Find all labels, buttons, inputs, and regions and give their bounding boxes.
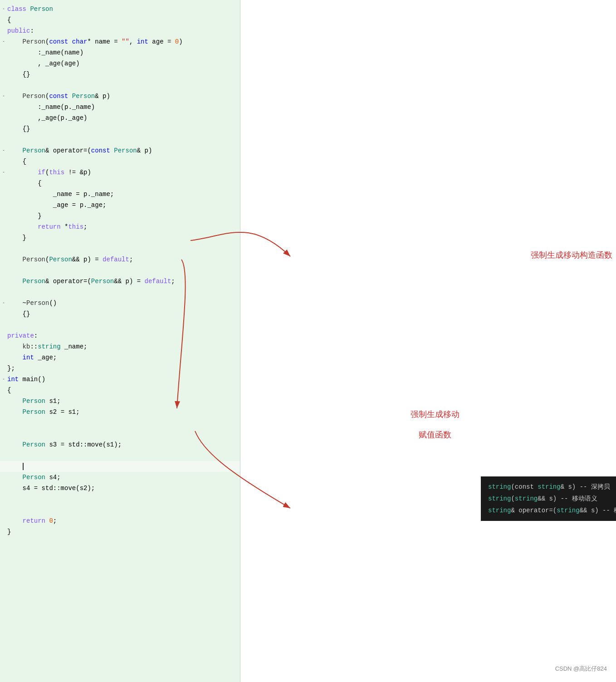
code-text: { [7,178,240,188]
code-text: _age = p._age; [7,200,240,210]
code-line [0,265,240,276]
code-line: return *this; [0,221,240,232]
code-text [7,429,240,439]
code-text: { [7,157,240,167]
code-line: { [0,385,240,396]
code-text: } [7,527,240,537]
code-text: _name = p._name; [7,189,240,199]
code-line: } [0,526,240,537]
code-text: Person& operator=(const Person& p) [7,146,240,156]
code-line: int _age; [0,352,240,363]
code-line: {} [0,309,240,319]
code-line: _name = p._name; [0,189,240,200]
code-text: :_name(name) [7,48,240,58]
code-text: Person s4; [7,472,240,482]
code-line [0,243,240,254]
code-line: }; [0,363,240,374]
label-move-assign: 强制生成移动 赋值函数 [411,399,460,440]
code-line: Person s1; [0,396,240,407]
code-text: { [7,15,240,25]
fold-icon[interactable]: - [0,4,7,14]
code-line [0,80,240,91]
code-text: ,_age(p._age) [7,113,240,123]
fold-icon[interactable]: - [0,298,7,308]
code-line: :_name(name) [0,47,240,58]
code-text: Person(const Person& p) [7,91,240,101]
code-text: return *this; [7,222,240,232]
code-text: Person s1; [7,396,240,406]
code-line: - ~Person() [0,298,240,309]
watermark: CSDN @高比仔824 [555,665,607,673]
code-line: :_name(p._name) [0,102,240,113]
fold-icon[interactable]: - [0,167,7,177]
code-text [7,418,240,428]
code-text: Person s2 = s1; [7,407,240,417]
code-line: - if(this != &p) [0,167,240,178]
code-text: private: [7,331,240,341]
code-text: return 0; [7,516,240,526]
code-text: } [7,233,240,243]
annotation-area: 强制生成移动构造函数 强制生成移动 赋值函数 string(const stri… [240,0,616,682]
code-text [7,287,240,297]
code-text: Person(Person&& p) = default; [7,255,240,265]
code-text [7,265,240,275]
code-text: s4 = std::move(s2); [7,483,240,493]
code-line [0,494,240,505]
code-line: - Person& operator=(const Person& p) [0,145,240,156]
code-line: } [0,211,240,221]
fold-icon[interactable]: - [0,374,7,384]
code-text: {} [7,124,240,134]
fold-icon[interactable]: - [0,91,7,101]
code-text: kb::string _name; [7,342,240,352]
code-line [0,287,240,298]
code-line: Person(Person&& p) = default; [0,254,240,265]
code-line: _age = p._age; [0,200,240,211]
code-text [7,244,240,254]
code-line: { [0,178,240,189]
tooltip-line3: string& operator=(string&& s) -- 移动语义 [488,505,616,516]
code-text: {} [7,69,240,79]
cursor-line[interactable] [0,461,240,472]
fold-icon[interactable]: - [0,146,7,156]
tooltip-box: string(const string& s) -- 深拷贝 string(st… [481,476,616,521]
code-text: }; [7,363,240,373]
code-line: - Person(const char* name = "", int age … [0,36,240,47]
code-text: int main() [7,374,240,384]
code-line: } [0,232,240,243]
code-line: private: [0,330,240,341]
code-line: Person& operator=(Person&& p) = default; [0,276,240,287]
code-text [7,461,240,471]
code-text: } [7,211,240,221]
code-line: - class Person [0,4,240,15]
code-line: Person s3 = std::move(s1); [0,439,240,450]
label-move-ctor: 强制生成移动构造函数 [531,250,612,260]
code-line: {} [0,69,240,80]
code-text [7,135,240,145]
code-line [0,417,240,428]
code-line [0,505,240,515]
code-line: , _age(age) [0,58,240,69]
code-line: s4 = std::move(s2); [0,483,240,494]
code-text: ~Person() [7,298,240,308]
code-line: Person s2 = s1; [0,407,240,417]
code-text: int _age; [7,353,240,363]
code-text: :_name(p._name) [7,102,240,112]
code-line: return 0; [0,515,240,526]
code-text [7,505,240,515]
tooltip-line2: string(string&& s) -- 移动语义 [488,493,616,505]
code-line: ,_age(p._age) [0,113,240,123]
code-line: { [0,15,240,25]
code-text: Person s3 = std::move(s1); [7,440,240,450]
tooltip-line1: string(const string& s) -- 深拷贝 [488,481,616,493]
code-line: {} [0,123,240,134]
code-text [7,80,240,90]
code-text [7,451,240,461]
code-line: { [0,156,240,167]
code-line [0,428,240,439]
code-text: Person(const char* name = "", int age = … [7,37,240,47]
code-line: public: [0,25,240,36]
fold-icon[interactable]: - [0,37,7,47]
code-panel: - class Person { public: - Person(const … [0,0,240,682]
code-text: public: [7,26,240,36]
code-line: - Person(const Person& p) [0,91,240,102]
